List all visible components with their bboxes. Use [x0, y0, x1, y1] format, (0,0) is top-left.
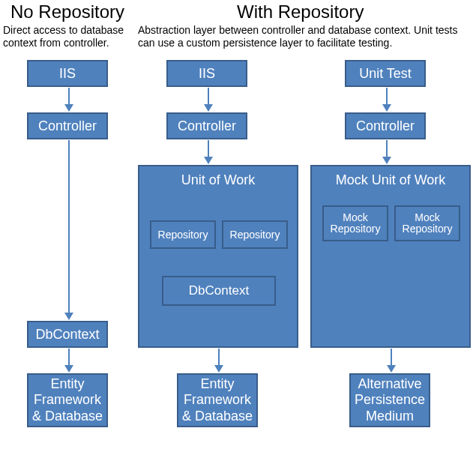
- repository-box-2: Repository: [222, 220, 288, 249]
- arrow-icon: [382, 88, 391, 112]
- arrow-icon: [64, 88, 73, 112]
- arrow-icon: [204, 140, 213, 164]
- arrow-icon: [204, 88, 213, 112]
- unit-test-box: Unit Test: [345, 60, 426, 87]
- no-repo-subtitle: Direct access to database context from c…: [3, 24, 135, 49]
- no-repo-iis-box: IIS: [27, 60, 108, 87]
- mock-repository-box-1: Mock Repository: [322, 205, 388, 241]
- arrow-icon: [387, 349, 396, 373]
- arrow-icon: [64, 349, 73, 373]
- mock-unit-of-work-title: Mock Unit of Work: [312, 166, 469, 188]
- no-repo-controller-box: Controller: [27, 112, 108, 139]
- with-repo-subtitle: Abstraction layer between controller and…: [138, 24, 472, 49]
- no-repo-title: No Repository: [10, 1, 124, 22]
- with-repo-iis-box: IIS: [166, 60, 247, 87]
- arrow-icon: [64, 140, 73, 320]
- with-repo-title: With Repository: [237, 1, 364, 22]
- repository-box-1: Repository: [150, 220, 216, 249]
- alt-persistence-box: Alternative Persistence Medium: [349, 373, 430, 427]
- uow-dbcontext-box: DbContext: [162, 276, 276, 306]
- unit-of-work-box: Unit of Work Repository Repository DbCon…: [138, 165, 298, 348]
- unit-of-work-title: Unit of Work: [139, 166, 297, 188]
- arrow-icon: [214, 349, 223, 373]
- with-repo-controller-box: Controller: [166, 112, 247, 139]
- no-repo-ef-box: Entity Framework & Database: [27, 373, 108, 427]
- no-repo-dbcontext-box: DbContext: [27, 321, 108, 348]
- arrow-icon: [382, 140, 391, 164]
- mock-unit-of-work-box: Mock Unit of Work Mock Repository Mock R…: [310, 165, 471, 348]
- mock-repository-box-2: Mock Repository: [394, 205, 460, 241]
- with-repo-ef-box: Entity Framework & Database: [177, 373, 258, 427]
- mock-controller-box: Controller: [345, 112, 426, 139]
